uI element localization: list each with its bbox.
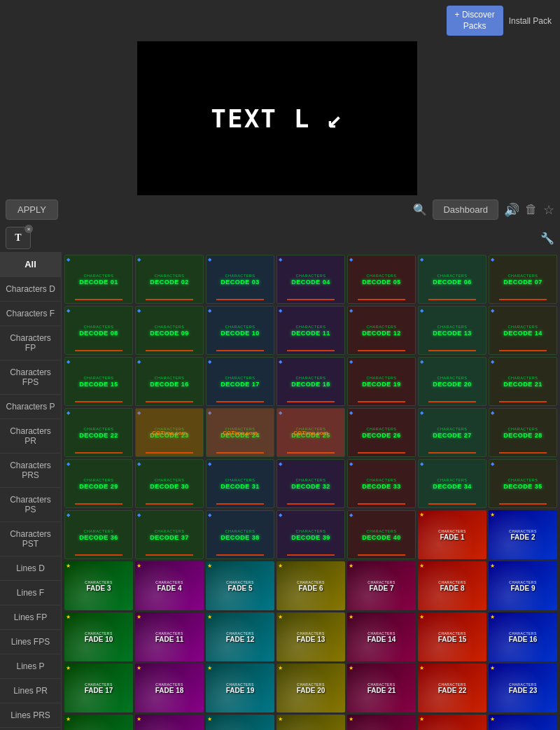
close-icon[interactable]: × — [24, 225, 33, 233]
sidebar-item-chars-d[interactable]: Characters D — [0, 277, 61, 302]
text-preset-icon[interactable]: T × — [6, 227, 31, 249]
grid-item[interactable]: ★CHARACTERSFADE 9 — [489, 561, 557, 610]
grid-item[interactable]: ★CHARACTERSFADE 2 — [489, 510, 557, 559]
grid-item[interactable]: ◆CHARACTERSDECODE 02 — [135, 255, 204, 304]
grid-item[interactable]: ★CHARACTERSFADE 29 — [418, 715, 486, 730]
star-icon[interactable]: ☆ — [543, 202, 554, 218]
grid-item[interactable]: ◆CHARACTERSDECODE 16 — [135, 357, 204, 406]
grid-item[interactable]: ◆CHARACTERSDECODE 31 — [206, 459, 274, 508]
sidebar-item-lines-f[interactable]: Lines F — [0, 581, 61, 605]
grid-item[interactable]: ★CHARACTERSFADE 26 — [206, 715, 274, 730]
discover-packs-button[interactable]: + Discover Packs — [447, 6, 503, 36]
grid-item[interactable]: ★CHARACTERSFADE 17 — [64, 664, 133, 713]
sidebar-item-chars-pst[interactable]: Characters PST — [0, 522, 61, 556]
grid-item[interactable]: ★CHARACTERSFADE 27 — [276, 715, 345, 730]
grid-item[interactable]: ◆CHARACTERSDECODE 12 — [347, 306, 416, 355]
grid-item[interactable]: ★CHARACTERSFADE 13 — [276, 612, 345, 661]
sidebar-item-lines-p[interactable]: Lines P — [0, 654, 61, 679]
grid-item[interactable]: ★CHARACTERSFADE 30 — [489, 715, 557, 730]
grid-item[interactable]: ◆CHARACTERSDECODE 40 — [347, 510, 416, 559]
grid-item[interactable]: ◆CHARACTERSDECODE 29 — [64, 459, 133, 508]
grid-item[interactable]: ◆CHARACTERSDECODE 15 — [64, 357, 133, 406]
grid-item[interactable]: ★CHARACTERSFADE 1 — [418, 510, 486, 559]
grid-item[interactable]: ★CHARACTERSFADE 14 — [347, 612, 416, 661]
grid-item[interactable]: ◆CHARACTERSDECODE 10 — [206, 306, 274, 355]
grid-item[interactable]: ★CHARACTERSFADE 12 — [206, 612, 274, 661]
grid-item[interactable]: ◆CHARACTERSDECODE 37 — [135, 510, 204, 559]
grid-item[interactable]: ★CHARACTERSFADE 24 — [64, 715, 133, 730]
grid-item[interactable]: ◆CHARACTERSDECODE 13 — [418, 306, 486, 355]
grid-item[interactable]: ◆CHARACTERSDECODE 08 — [64, 306, 133, 355]
grid-item[interactable]: ◆CHARACTERSDECODE 32 — [276, 459, 345, 508]
grid-item[interactable]: ★CHARACTERSFADE 19 — [206, 664, 274, 713]
grid-item[interactable]: ◆CHARACTERSDECODE 34 — [418, 459, 486, 508]
star-icon: ★ — [207, 563, 212, 569]
grid-item[interactable]: ◆CHARACTERSDECODE 19 — [347, 357, 416, 406]
search-icon[interactable]: 🔍 — [413, 203, 427, 216]
grid-item[interactable]: ◆CHARACTERSDECODE 22 — [64, 408, 133, 457]
grid-item[interactable]: ◆CHARACTERSDECODE 03 — [206, 255, 274, 304]
item-title-label: FADE 22 — [438, 687, 467, 694]
grid-item[interactable]: ★CHARACTERSFADE 28 — [347, 715, 416, 730]
wrench-icon[interactable]: 🔧 — [540, 232, 554, 245]
grid-item[interactable]: ◆CHARACTERSDECODE 18 — [276, 357, 345, 406]
grid-item[interactable]: CGTimo.com◆CHARACTERSDECODE 25 — [276, 408, 345, 457]
grid-item[interactable]: ◆CHARACTERSDECODE 06 — [418, 255, 486, 304]
grid-item[interactable]: ★CHARACTERSFADE 25 — [135, 715, 204, 730]
grid-item[interactable]: ★CHARACTERSFADE 21 — [347, 664, 416, 713]
sidebar-item-lines-pr[interactable]: Lines PR — [0, 679, 61, 703]
grid-item[interactable]: ◆CHARACTERSDECODE 04 — [276, 255, 345, 304]
sidebar-item-chars-f[interactable]: Characters F — [0, 302, 61, 326]
install-pack-button[interactable]: Install Pack — [509, 16, 552, 26]
grid-item[interactable]: ★CHARACTERSFADE 18 — [135, 664, 204, 713]
grid-item[interactable]: ◆CHARACTERSDECODE 20 — [418, 357, 486, 406]
sidebar-item-lines-d[interactable]: Lines D — [0, 556, 61, 581]
grid-item[interactable]: ◆CHARACTERSDECODE 26 — [347, 408, 416, 457]
grid-item[interactable]: ◆CHARACTERSDECODE 30 — [135, 459, 204, 508]
sidebar-item-chars-ps[interactable]: Characters PS — [0, 488, 61, 522]
grid-item[interactable]: ★CHARACTERSFADE 4 — [135, 561, 204, 610]
grid-item[interactable]: ◆CHARACTERSDECODE 35 — [489, 459, 557, 508]
grid-item[interactable]: ★CHARACTERSFADE 5 — [206, 561, 274, 610]
grid-item[interactable]: ◆CHARACTERSDECODE 28 — [489, 408, 557, 457]
audio-icon[interactable]: 🔊 — [504, 202, 519, 218]
grid-item[interactable]: ◆CHARACTERSDECODE 21 — [489, 357, 557, 406]
grid-item[interactable]: ◆CHARACTERSDECODE 36 — [64, 510, 133, 559]
grid-item[interactable]: ★CHARACTERSFADE 3 — [64, 561, 133, 610]
grid-item[interactable]: ◆CHARACTERSDECODE 17 — [206, 357, 274, 406]
sidebar-item-chars-pr[interactable]: Characters PR — [0, 419, 61, 454]
grid-item[interactable]: ★CHARACTERSFADE 11 — [135, 612, 204, 661]
grid-item[interactable]: ★CHARACTERSFADE 23 — [489, 664, 557, 713]
grid-item[interactable]: CGTimo.com◆CHARACTERSDECODE 23 — [135, 408, 204, 457]
grid-item[interactable]: ◆CHARACTERSDECODE 14 — [489, 306, 557, 355]
sidebar-item-lines-prs[interactable]: Lines PRS — [0, 703, 61, 728]
grid-item[interactable]: ◆CHARACTERSDECODE 01 — [64, 255, 133, 304]
grid-item[interactable]: ◆CHARACTERSDECODE 05 — [347, 255, 416, 304]
grid-item[interactable]: ★CHARACTERSFADE 15 — [418, 612, 486, 661]
sidebar-item-chars-fps[interactable]: Characters FPS — [0, 360, 61, 395]
grid-item[interactable]: ★CHARACTERSFADE 7 — [347, 561, 416, 610]
grid-item[interactable]: ◆CHARACTERSDECODE 33 — [347, 459, 416, 508]
sidebar-item-chars-p[interactable]: Characters P — [0, 395, 61, 419]
sidebar-item-chars-fp[interactable]: Characters FP — [0, 326, 61, 360]
grid-item[interactable]: ★CHARACTERSFADE 6 — [276, 561, 345, 610]
grid-item[interactable]: ★CHARACTERSFADE 20 — [276, 664, 345, 713]
grid-item[interactable]: CGTimo.com◆CHARACTERSDECODE 24 — [206, 408, 274, 457]
sidebar-item-lines-fps[interactable]: Lines FPS — [0, 630, 61, 654]
dashboard-button[interactable]: Dashboard — [433, 199, 498, 220]
grid-item[interactable]: ◆CHARACTERSDECODE 09 — [135, 306, 204, 355]
sidebar-item-all[interactable]: All — [0, 252, 61, 277]
grid-item[interactable]: ◆CHARACTERSDECODE 38 — [206, 510, 274, 559]
grid-item[interactable]: ★CHARACTERSFADE 10 — [64, 612, 133, 661]
grid-item[interactable]: ★CHARACTERSFADE 8 — [418, 561, 486, 610]
grid-item[interactable]: ◆CHARACTERSDECODE 27 — [418, 408, 486, 457]
grid-item[interactable]: ★CHARACTERSFADE 16 — [489, 612, 557, 661]
grid-item[interactable]: ★CHARACTERSFADE 22 — [418, 664, 486, 713]
grid-item[interactable]: ◆CHARACTERSDECODE 07 — [489, 255, 557, 304]
sidebar-item-chars-prs[interactable]: Characters PRS — [0, 454, 61, 488]
grid-item[interactable]: ◆CHARACTERSDECODE 11 — [276, 306, 345, 355]
sidebar-item-lines-fp[interactable]: Lines FP — [0, 605, 61, 630]
grid-item[interactable]: ◆CHARACTERSDECODE 39 — [276, 510, 345, 559]
trash-icon[interactable]: 🗑 — [525, 202, 538, 217]
apply-button[interactable]: APPLY — [6, 199, 58, 220]
